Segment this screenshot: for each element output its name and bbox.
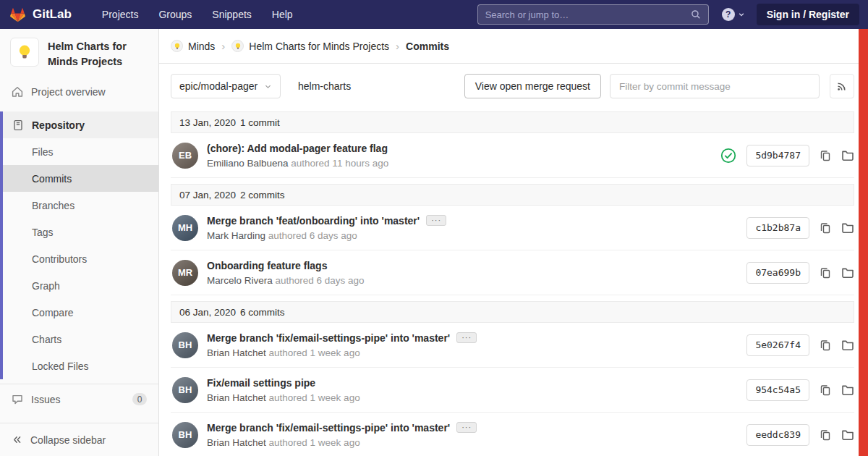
help-icon: ? [722,8,735,21]
commit-info: (chore): Add modal-pager feature flagEmi… [207,143,388,169]
commit-sha[interactable]: 07ea699b [746,262,809,284]
sidebar-item-charts[interactable]: Charts [3,326,158,352]
nav-item-snippets[interactable]: Snippets [212,9,251,20]
chevron-down-icon [738,11,745,18]
commit-sha[interactable]: eeddc839 [746,424,809,446]
browse-files-button[interactable] [841,339,854,352]
commit-row: BHMerge branch 'fix/email-settings-pipe'… [171,413,854,456]
project-title: Helm Charts for Minds Projects [48,38,148,69]
commit-time: authored 1 week ago [266,347,360,358]
commit-title-link[interactable]: Merge branch 'fix/email-settings-pipe' i… [207,422,450,434]
search-input[interactable] [485,9,691,20]
commit-count: 1 commit [240,117,280,128]
sidebar-item-locked-files[interactable]: Locked Files [3,352,158,379]
commit-time: authored 11 hours ago [289,158,389,169]
commit-sha[interactable]: c1b2b87a [746,217,809,239]
commit-sha[interactable]: 954c54a5 [746,379,809,401]
home-icon [12,86,23,98]
sidebar-item-commits[interactable]: Commits [3,165,158,192]
commit-title-line: Merge branch 'feat/onboarding' into 'mas… [207,215,446,227]
commit-date: 06 Jan, 2020 [179,307,236,318]
commit-info: Merge branch 'feat/onboarding' into 'mas… [207,215,446,241]
view-merge-request-button[interactable]: View open merge request [464,74,601,98]
copy-sha-button[interactable] [820,384,831,396]
scrollbar[interactable] [859,29,868,456]
copy-icon [820,384,831,396]
commit-info: Onboarding feature flagsMarcelo Rivera a… [207,260,365,286]
nav-item-help[interactable]: Help [272,9,293,20]
nav-item-projects[interactable]: Projects [102,9,139,20]
breadcrumb-item-commits[interactable]: Commits [406,41,449,52]
author-avatar[interactable]: BH [172,377,198,403]
global-search[interactable] [477,4,709,25]
commit-title-link[interactable]: Merge branch 'feat/onboarding' into 'mas… [207,215,420,227]
sidebar-item-label: Issues [31,394,60,405]
project-header[interactable]: Helm Charts for Minds Projects [0,29,158,78]
commit-sha[interactable]: 5d9b4787 [746,145,809,166]
sidebar-item-compare[interactable]: Compare [3,299,158,326]
nav-menu: ProjectsGroupsSnippetsHelp [102,9,293,20]
commit-author-link[interactable]: Brian Hatchet [207,392,266,403]
commit-row: EB(chore): Add modal-pager feature flagE… [171,133,854,178]
author-avatar[interactable]: BH [172,332,198,358]
pipeline-passed-icon[interactable] [720,148,736,164]
branch-dropdown[interactable]: epic/modal-pager [171,74,281,98]
browse-files-button[interactable] [841,149,854,162]
breadcrumb-item-helm-charts-for-minds-projects[interactable]: Helm Charts for Minds Projects [231,40,389,52]
sidebar-item-files[interactable]: Files [3,138,158,165]
commit-row: MROnboarding feature flagsMarcelo Rivera… [171,250,854,295]
commit-meta: Marcelo Rivera authored 6 days ago [207,275,365,286]
commit-title-link[interactable]: Onboarding feature flags [207,260,327,271]
rss-feed-button[interactable] [830,74,854,98]
nav-item-groups[interactable]: Groups [158,9,192,20]
commit-filter-input[interactable] [610,74,820,98]
author-avatar[interactable]: EB [172,143,198,169]
copy-sha-button[interactable] [820,222,831,234]
commit-author-link[interactable]: Emiliano Balbuena [207,158,289,169]
top-navbar: GitLab ProjectsGroupsSnippetsHelp ? Sign… [0,0,868,29]
commit-author-link[interactable]: Mark Harding [207,230,265,241]
folder-icon [841,266,854,279]
commit-title-link[interactable]: (chore): Add modal-pager feature flag [207,143,388,154]
sidebar-item-branches[interactable]: Branches [3,192,158,219]
gitlab-logo[interactable]: GitLab [9,6,72,24]
commit-actions: 5e0267f4 [746,334,854,356]
toggle-description-button[interactable]: ··· [456,332,477,343]
collapse-sidebar-button[interactable]: Collapse sidebar [0,423,158,456]
commit-meta: Brian Hatchet authored 1 week ago [207,392,360,403]
breadcrumb-label: Commits [406,41,449,52]
browse-files-button[interactable] [841,428,854,442]
breadcrumb-item-minds[interactable]: Minds [171,40,215,52]
sidebar-item-graph[interactable]: Graph [3,272,158,299]
copy-sha-button[interactable] [820,267,831,279]
sidebar-item-project-overview[interactable]: Project overview [0,78,158,106]
commit-sha[interactable]: 5e0267f4 [746,334,809,356]
copy-icon [820,150,831,161]
commit-author-link[interactable]: Marcelo Rivera [207,275,273,286]
sign-in-button[interactable]: Sign in / Register [757,4,859,25]
author-avatar[interactable]: MR [172,260,198,286]
help-menu[interactable]: ? [722,8,745,21]
browse-files-button[interactable] [841,221,854,235]
copy-sha-button[interactable] [820,429,831,441]
search-icon [691,9,701,20]
copy-sha-button[interactable] [820,339,831,351]
copy-sha-button[interactable] [820,150,831,161]
toggle-description-button[interactable]: ··· [426,215,446,226]
commit-row: BHMerge branch 'fix/email-settings-pipe'… [171,323,854,368]
sidebar-item-label: Project overview [31,86,106,98]
commit-title-link[interactable]: Merge branch 'fix/email-settings-pipe' i… [207,332,450,344]
sidebar-item-tags[interactable]: Tags [3,219,158,245]
repository-section: Repository FilesCommitsBranchesTagsContr… [0,111,158,379]
commit-author-link[interactable]: Brian Hatchet [207,347,266,358]
author-avatar[interactable]: MH [172,215,198,241]
toggle-description-button[interactable]: ··· [456,422,477,433]
browse-files-button[interactable] [841,266,854,279]
sidebar-item-repository[interactable]: Repository [3,111,158,138]
author-avatar[interactable]: BH [172,422,198,448]
sidebar-item-issues[interactable]: Issues 0 [0,384,158,414]
commit-author-link[interactable]: Brian Hatchet [207,437,266,448]
browse-files-button[interactable] [841,384,854,397]
commit-title-link[interactable]: Fix/email settings pipe [207,377,315,389]
sidebar-item-contributors[interactable]: Contributors [3,245,158,272]
